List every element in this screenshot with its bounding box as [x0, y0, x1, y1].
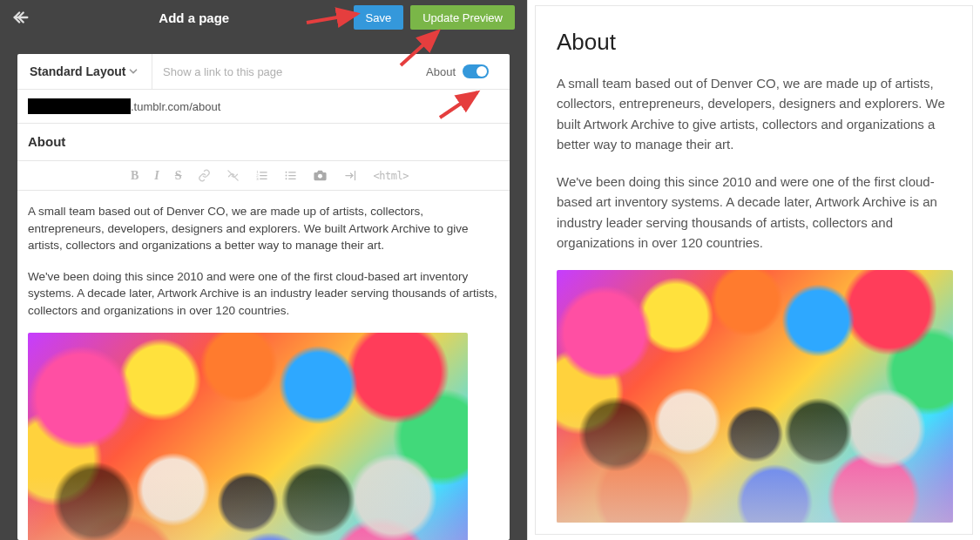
preview-panel: About A small team based out of Denver C…	[527, 0, 980, 540]
link-icon	[198, 169, 211, 182]
link-input-wrap: About	[152, 54, 510, 89]
unordered-list-button[interactable]	[284, 169, 297, 182]
arrow-left-icon	[11, 8, 30, 27]
editor-card: Standard Layout About .tumblr.com/about	[17, 54, 510, 540]
rte-toolbar: B I S 123	[17, 161, 510, 191]
update-preview-button[interactable]: Update Preview	[410, 5, 515, 30]
readmore-icon	[343, 169, 358, 182]
back-button[interactable]	[7, 3, 35, 31]
camera-icon	[313, 168, 328, 183]
html-button[interactable]: <html>	[374, 170, 409, 182]
chevron-down-icon	[127, 65, 139, 78]
toggle-wrap: About	[426, 64, 499, 78]
layout-select[interactable]: Standard Layout	[17, 54, 152, 89]
save-button[interactable]: Save	[354, 5, 404, 30]
preview-title: About	[557, 29, 951, 56]
preview-paragraph: A small team based out of Denver CO, we …	[557, 73, 951, 154]
editor-content[interactable]: A small team based out of Denver CO, we …	[17, 191, 510, 540]
svg-point-12	[285, 172, 287, 173]
url-row: .tumblr.com/about	[17, 90, 510, 124]
editor-paragraph: A small team based out of Denver CO, we …	[28, 203, 499, 254]
editor-paragraph: We've been doing this since 2010 and wer…	[28, 268, 499, 320]
insert-image-button[interactable]	[313, 168, 328, 183]
italic-button[interactable]: I	[154, 169, 159, 183]
preview-image	[557, 270, 953, 523]
page-title: Add a page	[35, 10, 354, 25]
topbar-buttons: Save Update Preview	[354, 5, 520, 30]
show-link-input[interactable]	[163, 65, 426, 78]
ordered-list-button[interactable]: 123	[255, 169, 268, 182]
unordered-list-icon	[284, 169, 297, 182]
url-suffix: .tumblr.com/about	[131, 100, 220, 113]
title-row	[17, 124, 510, 161]
svg-point-13	[285, 175, 287, 177]
page-title-input[interactable]	[28, 134, 499, 149]
editor-image[interactable]	[28, 333, 468, 540]
link-button[interactable]	[198, 169, 211, 182]
strikethrough-button[interactable]: S	[175, 169, 182, 183]
svg-point-14	[285, 178, 287, 179]
layout-select-label: Standard Layout	[30, 64, 125, 78]
editor-panel: Add a page Save Update Preview Standard …	[0, 0, 527, 540]
toggle-label: About	[426, 65, 456, 78]
editor-row-settings: Standard Layout About	[17, 54, 510, 90]
preview-card: About A small team based out of Denver C…	[535, 5, 973, 535]
svg-point-15	[318, 174, 322, 179]
unlink-button[interactable]	[226, 169, 240, 182]
ordered-list-icon: 123	[255, 169, 268, 182]
url-redacted	[28, 98, 131, 114]
preview-paragraph: We've been doing this since 2010 and wer…	[557, 172, 951, 253]
visibility-toggle[interactable]	[463, 64, 489, 78]
svg-text:3: 3	[256, 177, 259, 181]
insert-readmore-button[interactable]	[343, 169, 358, 182]
unlink-icon	[226, 169, 240, 182]
topbar: Add a page Save Update Preview	[0, 0, 527, 35]
bold-button[interactable]: B	[131, 169, 139, 183]
